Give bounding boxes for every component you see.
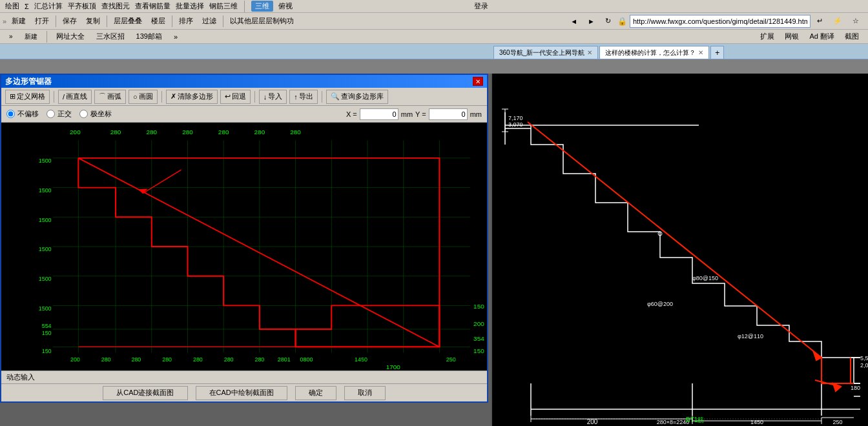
svg-text:1500: 1500 <box>39 158 52 165</box>
btn-confirm[interactable]: 确定 <box>295 386 336 400</box>
radio-polar[interactable]: 极坐标 <box>79 109 112 119</box>
svg-text:280: 280 <box>131 357 141 363</box>
svg-text:280: 280 <box>162 357 172 363</box>
svg-text:φ60@200: φ60@200 <box>647 301 673 307</box>
btn-undo[interactable]: ↩ 回退 <box>220 90 251 104</box>
svg-text:7,170: 7,170 <box>508 115 523 121</box>
radio-orthogonal-input[interactable] <box>46 110 55 118</box>
browser-back[interactable]: ◄ <box>566 14 581 28</box>
btn-import[interactable]: ↓ 导入 <box>259 90 287 104</box>
copy-btn[interactable]: 复制 <box>82 14 104 28</box>
menu-top-view[interactable]: 俯视 <box>278 1 293 11</box>
menu-item-draw[interactable]: 绘图 <box>5 1 19 11</box>
browser-go[interactable]: ↵ <box>813 14 827 28</box>
tab-stair-close[interactable]: ✕ <box>698 49 703 56</box>
new-folder[interactable]: 新建 <box>21 30 41 44</box>
svg-text:1700: 1700 <box>386 364 400 370</box>
bookmarks-arrow[interactable]: » <box>5 30 17 44</box>
dlg-sep2 <box>161 91 162 103</box>
sep2 <box>107 15 107 27</box>
search-icon: 🔍 <box>331 92 340 101</box>
browser-refresh2[interactable]: ⚡ <box>829 14 846 28</box>
dialog-options: 不偏移 正交 极坐标 X = mm Y = <box>1 106 487 123</box>
svg-text:0800: 0800 <box>300 357 313 363</box>
svg-text:280×8=2240: 280×8=2240 <box>657 419 690 425</box>
btn-export[interactable]: ↑ 导出 <box>289 90 318 104</box>
dlg-sep1 <box>54 91 54 103</box>
ext-bank[interactable]: 网银 <box>781 30 803 44</box>
svg-text:280: 280 <box>254 357 264 363</box>
btn-draw-in-cad[interactable]: 在CAD中绘制截面图 <box>196 386 287 400</box>
svg-text:280: 280 <box>182 129 193 136</box>
menu-summary[interactable]: 汇总计算 <box>34 1 63 11</box>
svg-text:1500: 1500 <box>39 217 52 223</box>
bookmark-waizida[interactable]: 网址大全 <box>52 30 88 44</box>
bm-sep1 <box>46 31 47 43</box>
menu-align[interactable]: 平齐板顶 <box>68 1 96 11</box>
btn-draw-circle[interactable]: ○ 画圆 <box>129 90 158 104</box>
tab-stair-calc[interactable]: 这样的楼梯的计算，怎么计算？ ✕ <box>599 46 709 59</box>
btn-draw-line[interactable]: / 画直线 <box>58 90 92 104</box>
tab-360nav[interactable]: 360导航_新一代安全上网导航 ✕ <box>493 46 598 59</box>
menu-rebar-view[interactable]: 查看钢筋量 <box>135 1 170 11</box>
menu-batch[interactable]: 批量选择 <box>176 1 204 11</box>
y-unit: mm <box>470 110 482 118</box>
tab-new[interactable]: + <box>710 46 724 59</box>
svg-text:5,575: 5,575 <box>860 355 868 361</box>
btn-define-grid[interactable]: ⊞ 定义网格 <box>5 90 50 104</box>
radio-no-offset[interactable]: 不偏移 <box>6 109 39 119</box>
svg-text:200: 200 <box>70 129 81 136</box>
x-unit: mm <box>401 110 413 118</box>
y-input[interactable] <box>429 108 468 120</box>
misc-btn[interactable]: 以其他层层层制钩功 <box>226 14 298 28</box>
toolbar-arrow: » <box>3 17 6 25</box>
btn-cancel[interactable]: 取消 <box>344 386 386 400</box>
ext-translate[interactable]: Ad 翻译 <box>805 30 838 44</box>
radio-polar-input[interactable] <box>79 110 88 118</box>
radio-orthogonal[interactable]: 正交 <box>46 109 72 119</box>
dialog-toolbar: ⊞ 定义网格 / 画直线 ⌒ 画弧 ○ 画圆 <box>1 88 487 106</box>
svg-text:200: 200 <box>587 418 598 425</box>
btn-draw-arc[interactable]: ⌒ 画弧 <box>94 90 126 104</box>
svg-text:φ80@150: φ80@150 <box>692 275 718 281</box>
ext-expand[interactable]: 扩展 <box>756 30 778 44</box>
svg-text:2,075: 2,075 <box>860 362 868 369</box>
menu-rebar-3d[interactable]: 钢筋三维 <box>209 1 238 11</box>
dlg-sep4 <box>322 91 322 103</box>
save-btn[interactable]: 保存 <box>59 14 81 28</box>
address-bar[interactable]: http://www.fwxgx.com/question/gimq/detai… <box>630 15 811 28</box>
login-btn[interactable]: 登录 <box>474 1 488 11</box>
bookmark-139mail[interactable]: 139邮箱 <box>132 30 166 44</box>
browser-refresh[interactable]: ↻ <box>601 14 615 28</box>
new-btn[interactable]: 新建 <box>8 14 30 28</box>
ext-screenshot[interactable]: 截图 <box>841 30 863 44</box>
menu-sigma[interactable]: Σ <box>25 3 29 10</box>
svg-text:280: 280 <box>224 357 234 363</box>
clear-icon: ✗ <box>170 92 176 101</box>
svg-text:1500: 1500 <box>39 276 52 282</box>
svg-text:554: 554 <box>42 323 52 330</box>
svg-text:250: 250 <box>446 357 456 363</box>
bookmark-arrow2[interactable]: » <box>170 30 181 44</box>
filter-btn[interactable]: 过滤 <box>198 14 220 28</box>
radio-no-offset-input[interactable] <box>6 110 15 118</box>
open-btn[interactable]: 打开 <box>31 14 53 28</box>
svg-text:1450: 1450 <box>355 357 367 363</box>
btn-query-lib[interactable]: 🔍 查询多边形库 <box>326 90 388 104</box>
browser-star[interactable]: ☆ <box>849 14 863 28</box>
menu-find[interactable]: 查找图元 <box>101 1 130 11</box>
btn-clear-poly[interactable]: ✗ 清除多边形 <box>166 90 218 104</box>
layers-btn[interactable]: 层层叠叠 <box>110 14 146 28</box>
btn-from-cad[interactable]: 从CAD迹接截面图 <box>103 386 187 400</box>
x-input[interactable] <box>360 108 398 120</box>
browser-forward[interactable]: ► <box>584 14 599 28</box>
svg-text:280: 280 <box>254 129 265 136</box>
cad-canvas[interactable]: 200 280 280 280 280 280 280 1500 1500 15… <box>1 123 487 370</box>
coord-inputs: X = mm Y = mm <box>346 108 482 120</box>
floor-btn[interactable]: 楼层 <box>147 14 169 28</box>
sort-btn[interactable]: 排序 <box>175 14 197 28</box>
dialog-close-btn[interactable]: ✕ <box>473 77 483 86</box>
bookmark-sanshuiqz[interactable]: 三水区招 <box>92 30 129 44</box>
menu-3d[interactable]: 三维 <box>251 1 273 12</box>
tab-360nav-close[interactable]: ✕ <box>587 49 592 56</box>
